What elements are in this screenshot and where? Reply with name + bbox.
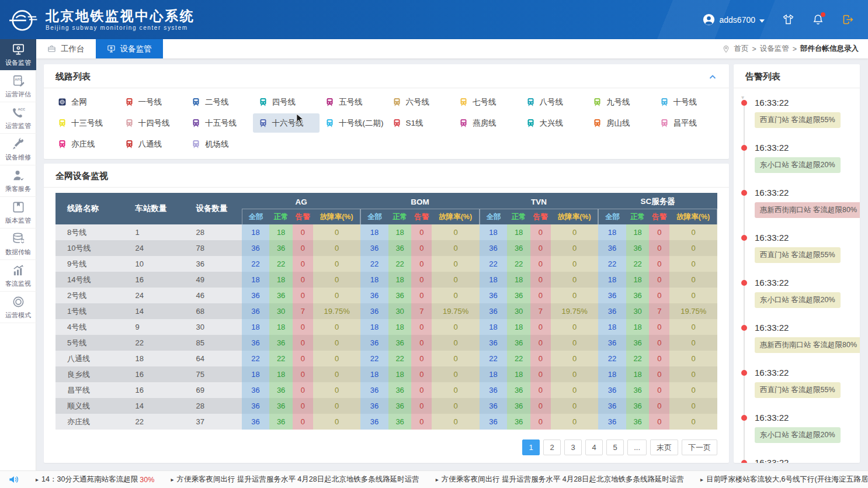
cell-value: 0	[293, 288, 313, 303]
sidebar-item-operation-evaluation[interactable]: AFC运营评估	[0, 71, 36, 102]
line-item-line-10-ph2[interactable]: 十号线(二期)	[320, 113, 387, 133]
cell-value: 0	[432, 335, 479, 351]
alarm-dot-icon	[741, 370, 747, 376]
line-item-line-changping[interactable]: 昌平线	[654, 113, 721, 133]
tab-device-monitor[interactable]: 设备监管	[96, 39, 163, 58]
ticker-item: ▸方便乘客夜间出行 提升运营服务水平 4月28日起北京地铁多条线路延时运营	[171, 475, 419, 484]
line-item-line-10[interactable]: 十号线	[654, 92, 721, 112]
cell-stations: 10	[123, 256, 184, 272]
line-item-line-4[interactable]: 四号线	[253, 92, 320, 112]
line-item-line-fangshan[interactable]: 房山线	[587, 113, 654, 133]
train-icon	[259, 98, 268, 106]
alarm-dot-icon	[741, 460, 747, 463]
cell-value: 0	[551, 240, 598, 256]
page-button-1[interactable]: 1	[522, 439, 540, 455]
collapse-chevron-up-icon[interactable]	[708, 72, 717, 82]
sidebar-item-data-transmission[interactable]: 数据传输	[0, 229, 36, 260]
alarm-message: 惠新西街南口站 客流超限80%	[755, 337, 860, 353]
train-icon	[125, 119, 134, 127]
line-item-line-yizhuang[interactable]: 亦庄线	[52, 134, 119, 154]
line-item-line-s1[interactable]: S1线	[387, 113, 454, 133]
line-item-line-13[interactable]: 十三号线	[52, 113, 119, 133]
sidebar-item-passenger-service[interactable]: 乘客服务	[0, 165, 36, 197]
cell-value: 36	[626, 240, 650, 256]
line-item-line-yanfang[interactable]: 燕房线	[453, 113, 520, 133]
alarm-panel: 告警列表 ▾ 16:33:22西直门站 客流超限55%16:33:22东小口站 …	[734, 64, 860, 463]
alarm-item[interactable]: 16:33:22西直门站 客流超限55%	[744, 98, 854, 128]
alarm-item[interactable]: 16:33:22西直门站 客流超限55%	[744, 368, 854, 398]
alarm-time: 16:33:22	[755, 368, 854, 378]
cell-value: 0	[293, 224, 313, 240]
table-row: 10号线2478363600363600363600363600	[55, 240, 717, 256]
line-item-line-8[interactable]: 八号线	[520, 92, 588, 112]
cell-value: 0	[432, 319, 479, 335]
cell-stations: 22	[123, 335, 184, 351]
sidebar-item-operation-supervision[interactable]: ACC运营监管	[0, 102, 36, 134]
cell-value: 22	[360, 351, 388, 366]
alarm-item[interactable]: 16:33:22东小口站 客流超限20%	[744, 278, 854, 308]
page-button-3[interactable]: 3	[564, 439, 582, 455]
line-item-line-batong[interactable]: 八通线	[119, 134, 186, 154]
location-pin-icon	[722, 45, 730, 53]
cell-line-name: 9号线	[55, 256, 123, 272]
alarm-item[interactable]: 16:33:22东小口站 客流超限20%	[744, 143, 854, 173]
cell-value: 0	[649, 351, 669, 366]
network-icon	[58, 98, 67, 106]
sub-header: 全部	[598, 209, 626, 224]
cell-value: 18	[480, 272, 507, 288]
cell-value: 22	[269, 351, 293, 366]
train-icon	[325, 98, 334, 106]
line-item-line-9[interactable]: 九号线	[587, 92, 654, 112]
cell-value: 0	[293, 366, 313, 382]
breadcrumb-device-monitor[interactable]: 设备监管	[760, 44, 789, 54]
sidebar-item-passenger-flow[interactable]: 客流监视	[0, 260, 36, 292]
cell-value: 36	[242, 398, 269, 414]
alarm-item[interactable]: 16:33:22东小口站 客流超限20%	[744, 413, 854, 443]
logout-icon[interactable]	[842, 13, 854, 26]
page-button-...[interactable]: ...	[627, 439, 647, 455]
sidebar-item-operation-mode[interactable]: 运营模式	[0, 292, 36, 323]
alarm-time: 16:33:22	[755, 458, 854, 463]
line-item-line-7[interactable]: 七号线	[453, 92, 520, 112]
cell-value: 0	[669, 335, 717, 351]
line-label: 燕房线	[473, 118, 497, 129]
alarm-item[interactable]: 16:33:22惠新西街南口站 客流超限80%	[744, 323, 854, 353]
page-button-4[interactable]: 4	[585, 439, 603, 455]
sidebar-item-equipment-maintenance[interactable]: 设备维修	[0, 134, 36, 165]
line-item-line-14[interactable]: 十四号线	[119, 113, 186, 133]
line-item-line-daxing[interactable]: 大兴线	[520, 113, 588, 133]
alarm-dot-icon	[741, 145, 747, 151]
ticker-item: ▸方便乘客夜间出行 提升运营服务水平 4月28日起北京地铁多条线路延时运营	[436, 475, 684, 484]
page-button-2[interactable]: 2	[543, 439, 561, 455]
alarm-item[interactable]: 16:33:22西直门站 客流超限55%	[744, 233, 854, 263]
alarm-item[interactable]: 16:33:22惠新西街南口站 客流超限80%	[744, 188, 854, 218]
cell-value: 0	[411, 351, 432, 366]
line-item-line-6[interactable]: 六号线	[387, 92, 454, 112]
line-item-all-network[interactable]: 全网	[52, 92, 119, 112]
line-item-line-16[interactable]: 十六号线	[253, 113, 320, 133]
line-item-line-5[interactable]: 五号线	[320, 92, 387, 112]
tab-workbench[interactable]: 工作台	[36, 39, 96, 58]
page-button-5[interactable]: 5	[606, 439, 624, 455]
line-item-line-15[interactable]: 十五号线	[186, 113, 253, 133]
cell-value: 22	[242, 256, 269, 272]
cell-value: 36	[598, 240, 626, 256]
cell-value: 36	[242, 382, 269, 398]
notification-bell-icon[interactable]	[812, 13, 824, 26]
cell-value: 18	[269, 272, 293, 288]
page-button-末页[interactable]: 末页	[650, 439, 678, 455]
sidebar-item-device-monitor[interactable]: 设备监管	[0, 39, 36, 71]
sidebar-item-version-supervision[interactable]: 版本监管	[0, 197, 36, 229]
cell-stations: 1	[123, 224, 184, 240]
line-item-line-airport[interactable]: 机场线	[186, 134, 253, 154]
cell-value: 36	[388, 414, 412, 430]
line-item-line-1[interactable]: 一号线	[119, 92, 186, 112]
cell-value: 18	[242, 319, 269, 335]
line-item-line-2[interactable]: 二号线	[186, 92, 253, 112]
theme-shirt-icon[interactable]	[782, 13, 794, 26]
breadcrumb-home[interactable]: 首页	[734, 44, 748, 54]
alarm-item[interactable]: 16:33:22惠新西街南口站 客流超限80%	[744, 458, 854, 463]
user-menu[interactable]: adds6700	[703, 13, 765, 26]
cell-value: 0	[313, 335, 360, 351]
page-button-下一页[interactable]: 下一页	[682, 439, 717, 455]
